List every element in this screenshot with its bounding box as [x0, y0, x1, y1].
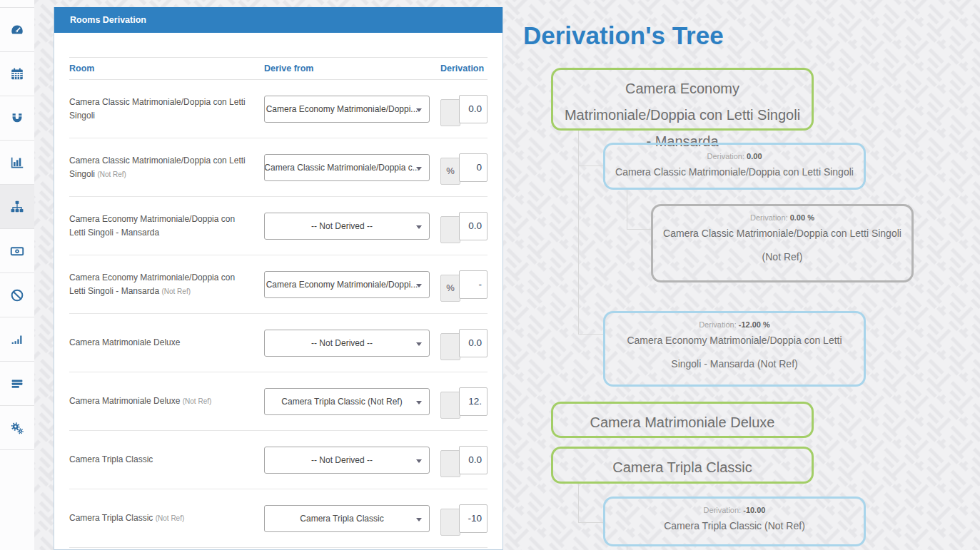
dropdown-caret-icon [416, 459, 422, 463]
derivation-value-input[interactable]: 0.0 [459, 95, 488, 123]
table-row: Camera Matrimoniale Deluxe (Not Ref) Cam… [69, 372, 488, 431]
sidebar [0, 0, 34, 550]
room-note: (Not Ref) [183, 397, 212, 405]
derivation-label: Derivation: [704, 506, 742, 514]
table-row: Camera Classic Matrimoniale/Doppia con L… [69, 138, 488, 197]
derive-from-select[interactable]: Camera Classic Matrimoniale/Doppia c... [264, 154, 430, 181]
tree-node-name: Camera Classic Matrimoniale/Doppia con L… [660, 222, 904, 269]
tree-node: Camera Matrimoniale Deluxe [551, 402, 814, 438]
table-row: Camera Economy Matrimoniale/Doppia con L… [69, 255, 488, 314]
table-row: Camera Tripla Classic (Not Ref) Camera T… [69, 489, 488, 548]
derive-from-select[interactable]: Camera Economy Matrimoniale/Doppi... [264, 96, 430, 123]
column-header-derive-from: Derive from [264, 63, 430, 73]
tree-node-name: Camera Tripla Classic [560, 452, 804, 481]
dropdown-caret-icon [416, 284, 422, 287]
tree-connector [578, 484, 579, 523]
room-name: Camera Economy Matrimoniale/Doppia con L… [69, 214, 235, 238]
derivation-value: -12.00 % [739, 320, 770, 329]
sidebar-item-settings[interactable] [0, 406, 34, 450]
sitemap-icon [9, 199, 25, 215]
sidebar-item-derivation[interactable] [0, 185, 34, 229]
derivation-value-input[interactable]: 0 [459, 153, 488, 182]
tree-connector [627, 546, 627, 550]
sidebar-item-dashboard[interactable] [0, 8, 34, 52]
magnet-icon [9, 111, 25, 126]
derive-from-select[interactable]: Camera Economy Matrimoniale/Doppi... [264, 271, 430, 298]
derivation-label: Derivation: [699, 320, 737, 329]
table-row: Camera Economy Matrimoniale/Doppia con L… [69, 197, 488, 255]
tree-node: Derivation: 0.00 % Camera Classic Matrim… [651, 204, 914, 282]
derivation-value: 0.00 [747, 152, 762, 161]
tree-node: Derivation: -12.00 % Camera Economy Matr… [603, 311, 866, 387]
dropdown-caret-icon [416, 108, 422, 112]
room-name: Camera Economy Matrimoniale/Doppia con L… [69, 273, 235, 296]
room-note: (Not Ref) [161, 287, 191, 295]
derivation-unit-addon [440, 216, 460, 243]
dropdown-caret-icon [416, 518, 422, 521]
tree-node-name: Camera Classic Matrimoniale/Doppia con L… [612, 161, 857, 184]
sidebar-item-restrictions[interactable] [0, 273, 34, 317]
derivation-value-input[interactable]: 0.0 [459, 212, 488, 240]
table-row: Camera Classic Matrimoniale/Doppia con L… [69, 80, 488, 138]
derive-from-select[interactable]: Camera Tripla Classic [264, 505, 430, 532]
dropdown-caret-icon [416, 401, 422, 404]
derive-from-select[interactable]: -- Not Derived -- [264, 447, 430, 474]
derivation-value-input[interactable]: 0.0 [459, 329, 488, 357]
tree-node: Derivation: 0.00 Camera Classic Matrimon… [603, 143, 866, 190]
table-header: Room Derive from Derivation [69, 57, 488, 80]
tree-connector [579, 522, 603, 523]
tree-connector [627, 190, 627, 230]
derivation-value: 0.00 % [790, 213, 814, 222]
derivation-unit-addon [440, 99, 460, 126]
tree-connector [579, 165, 603, 166]
rooms-derivation-panel: Rooms Derivation Room Derive from Deriva… [54, 7, 503, 550]
room-note: (Not Ref) [97, 170, 126, 178]
dropdown-caret-icon [416, 342, 422, 346]
room-name: Camera Classic Matrimoniale/Doppia con L… [69, 156, 246, 179]
sidebar-item-lists[interactable] [0, 362, 34, 406]
derivation-unit-addon [440, 392, 460, 419]
derivation-unit-addon [440, 333, 460, 360]
derive-from-select[interactable]: Camera Tripla Classic (Not Ref) [264, 388, 430, 415]
panel-title: Rooms Derivation [54, 7, 502, 33]
derivation-unit-addon: % [440, 158, 460, 185]
table-row: Camera Tripla Classic -- Not Derived -- … [69, 431, 488, 489]
tree-title: Derivation's Tree [523, 21, 724, 50]
tree-node: Camera Economy Matrimoniale/Doppia con L… [551, 68, 814, 131]
room-name: Camera Tripla Classic [69, 513, 153, 523]
derivation-unit-addon: % [440, 275, 460, 302]
tree-connector [627, 229, 651, 230]
derivation-value-input[interactable]: -10 [459, 504, 488, 533]
column-header-room: Room [69, 63, 253, 73]
sidebar-item-rates[interactable] [0, 229, 34, 273]
derivation-value-input[interactable]: 12. [459, 387, 488, 416]
tree-node-name: Camera Economy Matrimoniale/Doppia con L… [612, 329, 857, 376]
tree-node: Camera Tripla Classic [551, 447, 814, 484]
sidebar-item-statistics[interactable] [0, 141, 34, 185]
money-icon [9, 243, 25, 259]
dropdown-caret-icon [416, 167, 422, 170]
dashboard-icon [9, 22, 25, 38]
derivation-value-input[interactable]: - [459, 270, 488, 299]
derivation-value-input[interactable]: 0.0 [459, 446, 488, 474]
tree-connector [578, 131, 579, 335]
derivation-label: Derivation: [707, 152, 744, 161]
derivation-unit-addon [440, 509, 460, 536]
room-name: Camera Matrimoniale Deluxe [69, 396, 180, 406]
dropdown-caret-icon [416, 225, 422, 229]
tree-node-name: Camera Matrimoniale Deluxe [560, 407, 804, 436]
sidebar-item-magnet[interactable] [0, 96, 34, 141]
derive-from-select[interactable]: -- Not Derived -- [264, 213, 430, 240]
room-note: (Not Ref) [156, 514, 185, 522]
sidebar-item-performance[interactable] [0, 317, 34, 362]
signal-icon [9, 332, 25, 347]
gears-icon [9, 420, 25, 436]
tree-connector [579, 334, 603, 335]
sidebar-item-calendar[interactable] [0, 52, 34, 96]
derivation-unit-addon [440, 450, 460, 477]
ban-icon [9, 287, 25, 303]
derive-from-select[interactable]: -- Not Derived -- [264, 330, 430, 357]
tree-node: Derivation: -10.00 Camera Tripla Classic… [603, 496, 866, 546]
bar-chart-icon [9, 155, 25, 170]
room-name: Camera Tripla Classic [69, 454, 153, 464]
